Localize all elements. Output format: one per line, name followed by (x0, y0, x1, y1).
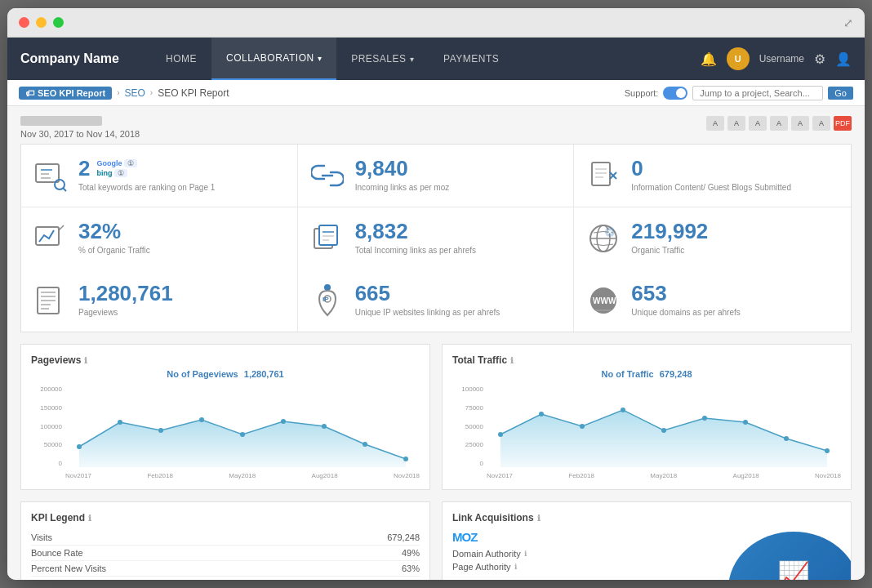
pageviews-info-icon[interactable]: ℹ (84, 356, 87, 365)
toggle-knob (676, 88, 686, 98)
support-toggle[interactable] (663, 87, 687, 100)
svg-point-38 (77, 444, 82, 449)
client-row: Nov 30, 2017 to Nov 14, 2018 A A A A A A… (20, 116, 852, 139)
username-label: Username (759, 53, 804, 65)
nav-item-collaboration[interactable]: COLLABORATION ▾ (211, 38, 336, 80)
traffic-chart-svg (487, 385, 841, 467)
kpi-value-organic-pct: 32% (78, 220, 286, 242)
location-kpi-icon: IP (309, 283, 345, 318)
kpi-label-organic-pct: % of Organic Traffic (78, 245, 286, 256)
traffic-chart-title: Total Traffic ℹ (452, 354, 841, 366)
main-content: Nov 30, 2017 to Nov 14, 2018 A A A A A A… (7, 106, 865, 580)
svg-line-2 (64, 189, 67, 192)
link-info-icon[interactable]: ℹ (537, 514, 541, 523)
svg-point-45 (363, 442, 367, 447)
kpi-legend-info-icon[interactable]: ℹ (88, 514, 91, 523)
toggle-switch[interactable] (663, 87, 687, 100)
export-pdf-button[interactable]: PDF (834, 116, 852, 131)
nav-item-presales[interactable]: PRESALES ▾ (336, 38, 429, 80)
link-acquisitions-title: Link Acquisitions ℹ (452, 512, 841, 523)
svg-rect-0 (36, 164, 59, 182)
domain-authority-info-icon[interactable]: ℹ (524, 550, 527, 558)
help-icon[interactable]: 👤 (835, 51, 852, 67)
charts-row: Pageviews ℹ No of Pageviews 1,280,761 20… (20, 344, 852, 490)
export-icon-2[interactable]: A (727, 116, 745, 131)
kpi-info-unique-domains: 653 Unique domains as per ahrefs (631, 283, 839, 318)
nav-links: HOME COLLABORATION ▾ PRESALES ▾ PAYMENTS (151, 38, 701, 80)
kpi-label-pageviews: Pageviews (78, 307, 286, 318)
pageviews-chart-card: Pageviews ℹ No of Pageviews 1,280,761 20… (20, 344, 430, 490)
kpi-info-organic-traffic: 219,992 Organic Traffic (631, 220, 839, 256)
export-icon-5[interactable]: A (791, 116, 809, 131)
kpi-value-incoming-moz: 9,840 (355, 158, 563, 179)
kpi-badge-bing: bing① (96, 169, 137, 177)
title-bar: ⤢ (7, 8, 865, 38)
support-label: Support: (625, 88, 659, 98)
kpi-cell-organic-traffic: 219,992 Organic Traffic (574, 207, 851, 270)
export-icon-3[interactable]: A (749, 116, 767, 131)
kpi-label-incoming-moz: Incoming links as per moz (355, 182, 563, 193)
www-kpi-icon: WWW (585, 283, 621, 318)
svg-rect-13 (36, 227, 59, 245)
kpi-legend-table: Visits 679,248 Bounce Rate 49% Percent N… (31, 530, 420, 580)
svg-point-1 (55, 180, 65, 189)
link-kpi-icon (309, 158, 345, 194)
kpi-info-incoming-ahrefs: 8,832 Total Incoming links as per ahrefs (355, 220, 563, 256)
pageviews-chart-container: 200000150000100000500000 (31, 385, 420, 479)
project-search-input[interactable] (692, 86, 823, 100)
bottom-row: KPI Legend ℹ Visits 679,248 Bounce Rate … (20, 501, 852, 580)
window-expand: ⤢ (843, 16, 853, 30)
window-frame: ⤢ Company Name HOME COLLABORATION ▾ PRES… (7, 8, 865, 580)
navbar: Company Name HOME COLLABORATION ▾ PRESAL… (7, 38, 865, 80)
kpi-value-unique-ip: 665 (355, 283, 563, 304)
globe-kpi-icon (585, 220, 621, 256)
chevron-down-icon: ▾ (318, 54, 323, 63)
kpi-cell-incoming-ahrefs: 8,832 Total Incoming links as per ahrefs (298, 207, 575, 270)
pageviews-chart-svg (65, 385, 420, 467)
kpi-grid: 2 Google① bing① Total keywords are ranki… (20, 144, 852, 332)
search-kpi-icon (33, 158, 69, 194)
svg-text:IP: IP (323, 296, 329, 303)
pageviews-x-axis: Nov2017Feb2018May2018Aug2018Nov2018 (65, 472, 420, 479)
kpi-label-unique-domains: Unique domains as per ahrefs (631, 307, 839, 318)
settings-icon[interactable]: ⚙ (814, 51, 825, 67)
traffic-chart-subtitle: No of Traffic 679,248 (452, 369, 841, 379)
page-authority-info-icon[interactable]: ℹ (514, 563, 517, 571)
nav-item-payments[interactable]: PAYMENTS (429, 38, 514, 80)
export-icon-6[interactable]: A (812, 116, 830, 131)
kpi-value-pageviews: 1,280,761 (78, 283, 286, 304)
traffic-lights (19, 17, 64, 28)
breadcrumb-seo-link[interactable]: SEO (124, 87, 145, 99)
svg-text:WWW: WWW (593, 296, 616, 305)
kpi-legend-title: KPI Legend ℹ (31, 512, 420, 523)
maximize-button[interactable] (53, 17, 64, 28)
client-name-blurred (20, 116, 102, 126)
traffic-info-icon[interactable]: ℹ (510, 356, 514, 365)
traffic-y-axis: 1000007500050000250000 (452, 385, 487, 467)
kpi-badge-google: Google① (96, 159, 137, 167)
svg-point-46 (403, 457, 408, 461)
svg-point-43 (281, 419, 286, 424)
pageviews-chart-subtitle: No of Pageviews 1,280,761 (31, 369, 420, 379)
legend-row-bounce: Bounce Rate 49% (31, 546, 420, 561)
export-icon-1[interactable]: A (706, 116, 724, 131)
kpi-cell-unique-ip: IP 665 Unique IP websites linking as per… (298, 270, 575, 332)
svg-marker-37 (79, 420, 406, 467)
kpi-label-incoming-ahrefs: Total Incoming links as per ahrefs (355, 245, 563, 256)
minimize-button[interactable] (36, 17, 47, 28)
svg-point-49 (539, 412, 544, 416)
bell-icon[interactable]: 🔔 (701, 51, 717, 67)
svg-point-55 (784, 436, 789, 441)
kpi-value-keywords: 2 (78, 158, 90, 179)
kpi-info-keywords: 2 Google① bing① Total keywords are ranki… (78, 158, 286, 193)
kpi-cell-organic-pct: 32% % of Organic Traffic (21, 207, 298, 270)
export-icons: A A A A A A PDF (706, 116, 852, 131)
nav-item-home[interactable]: HOME (151, 38, 211, 80)
tag-icon: 🏷 (25, 88, 34, 98)
expand-icon: ⤢ (843, 16, 853, 29)
svg-marker-47 (501, 410, 827, 467)
breadcrumb: 🏷 SEO KPI Report › SEO › SEO KPI Report (19, 87, 229, 100)
search-button[interactable]: Go (828, 87, 853, 100)
export-icon-4[interactable]: A (770, 116, 788, 131)
close-button[interactable] (19, 17, 29, 28)
